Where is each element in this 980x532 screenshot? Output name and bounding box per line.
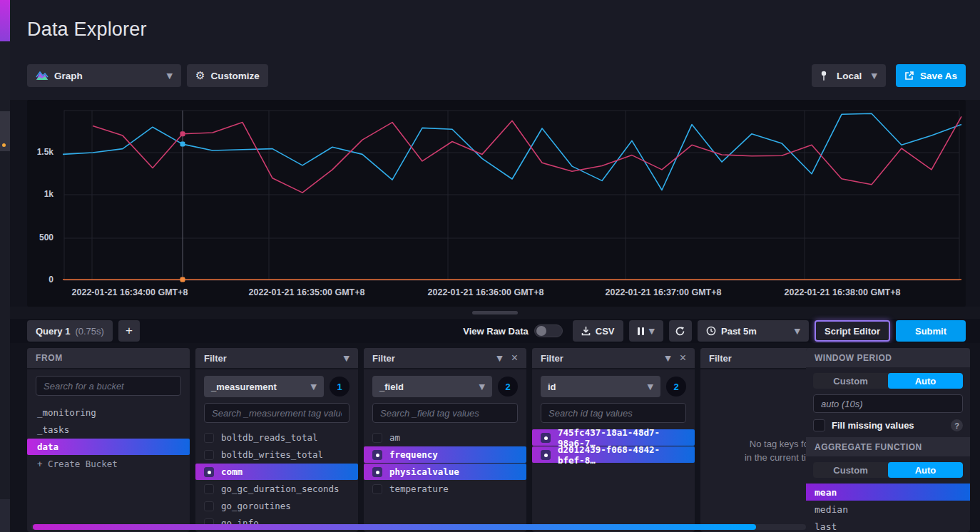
from-card: FROM _monitoring _tasks data + Create Bu…	[27, 348, 190, 532]
nav-rail-footer[interactable]	[0, 499, 10, 532]
fill-missing-checkbox[interactable]	[813, 419, 825, 431]
list-item[interactable]: go_gc_duration_seconds	[195, 481, 358, 497]
view-toolbar: Graph ▼ ⚙ Customize Local ▼	[27, 64, 966, 87]
pause-button[interactable]: ▼	[629, 320, 663, 342]
checkbox-icon[interactable]	[372, 433, 382, 443]
download-icon	[581, 326, 591, 336]
list-item[interactable]: go_goroutines	[195, 498, 358, 514]
function-item[interactable]: median	[806, 501, 970, 518]
nav-rail[interactable]	[0, 0, 10, 532]
tag-key-dropdown[interactable]: _field ▼	[372, 376, 492, 397]
checkbox-checked-icon[interactable]	[541, 433, 551, 443]
checkbox-checked-icon[interactable]	[204, 467, 214, 477]
x-tick-label: 2022-01-21 16:38:00 GMT+8	[785, 287, 901, 297]
x-tick-label: 2022-01-21 16:34:00 GMT+8	[72, 287, 188, 297]
bucket-item-selected[interactable]: data	[27, 439, 190, 455]
list-item-selected[interactable]: physicalvalue	[364, 464, 526, 480]
list-item[interactable]: temperature	[364, 481, 526, 497]
x-tick-label: 2022-01-21 16:35:00 GMT+8	[249, 287, 365, 297]
list-item[interactable]: boltdb_writes_total	[195, 446, 358, 463]
window-period-header: WINDOW PERIOD	[806, 348, 970, 367]
visualization-type-dropdown[interactable]: Graph ▼	[27, 64, 181, 87]
checkbox-checked-icon[interactable]	[372, 467, 382, 477]
resize-handle[interactable]	[472, 311, 518, 314]
script-editor-button[interactable]: Script Editor	[815, 320, 890, 342]
checkbox-icon[interactable]	[204, 484, 214, 494]
item-label: go_goroutines	[221, 501, 291, 511]
splitter-band	[10, 307, 980, 319]
create-bucket-button[interactable]: + Create Bucket	[27, 456, 190, 472]
scrollbar-thumb[interactable]	[33, 524, 756, 530]
time-range-dropdown[interactable]: Past 5m ▼	[698, 320, 809, 342]
fill-missing-label: Fill missing values	[832, 420, 914, 431]
submit-button[interactable]: Submit	[896, 320, 966, 342]
filter-card-header: Filter ▼ ×	[532, 348, 695, 369]
bucket-item[interactable]: _monitoring	[27, 404, 190, 421]
refresh-button[interactable]	[669, 320, 692, 342]
visualization-type-label: Graph	[54, 71, 161, 81]
query-tab-name: Query 1	[36, 326, 70, 337]
auto-option[interactable]: Auto	[888, 462, 963, 478]
list-item-selected[interactable]: frequency	[364, 446, 526, 463]
query-tab[interactable]: Query 1 (0.75s)	[27, 320, 113, 342]
function-item[interactable]: last	[806, 518, 970, 532]
checkbox-checked-icon[interactable]	[541, 450, 551, 460]
id-search-input[interactable]	[541, 403, 686, 423]
influxdb-logo[interactable]	[0, 0, 10, 41]
item-label: comm	[221, 466, 243, 477]
checkbox-icon[interactable]	[204, 450, 214, 460]
refresh-icon	[675, 326, 685, 337]
query-toolbar: Query 1 (0.75s) + View Raw Data CSV ▼	[10, 319, 980, 343]
time-range-label: Past 5m	[721, 326, 790, 337]
help-icon[interactable]: ?	[951, 419, 963, 431]
close-icon[interactable]: ×	[680, 352, 686, 364]
filter-card-id: Filter ▼ × id ▼ 2 745fc437-18a1-48d7-98a…	[532, 348, 695, 532]
checkbox-icon[interactable]	[204, 433, 214, 443]
list-item[interactable]: am	[364, 429, 526, 446]
measurement-search-input[interactable]	[204, 403, 349, 423]
auto-option[interactable]: Auto	[888, 373, 963, 389]
add-query-button[interactable]: +	[118, 320, 140, 342]
save-as-button[interactable]: Save As	[896, 64, 966, 87]
customize-button[interactable]: ⚙ Customize	[187, 64, 268, 87]
custom-option[interactable]: Custom	[813, 373, 888, 389]
bucket-search-input[interactable]	[36, 376, 181, 396]
function-item-selected[interactable]: mean	[806, 484, 970, 501]
view-raw-data-toggle[interactable]	[534, 324, 563, 337]
window-period-input[interactable]	[813, 394, 963, 413]
chevron-down-icon: ▼	[479, 383, 485, 391]
item-label: go_gc_duration_seconds	[221, 484, 340, 494]
area-chart-icon	[36, 71, 49, 81]
chart-panel: 1.5k 1k 500 0 2022-01-21 16:34:00 GMT+8 …	[27, 100, 966, 307]
collapse-chevron-icon[interactable]: ▼	[496, 354, 502, 362]
tag-key-dropdown[interactable]: _measurement ▼	[204, 376, 324, 397]
collapse-chevron-icon[interactable]: ▼	[344, 354, 349, 362]
item-label: boltdb_writes_total	[221, 449, 323, 460]
list-item[interactable]: boltdb_reads_total	[195, 429, 358, 446]
custom-option[interactable]: Custom	[813, 462, 888, 478]
from-title: FROM	[36, 353, 63, 363]
filter-title: Filter	[541, 353, 563, 364]
field-search-input[interactable]	[372, 403, 518, 423]
collapse-chevron-icon[interactable]: ▼	[665, 354, 670, 362]
checkbox-icon[interactable]	[372, 484, 382, 494]
close-icon[interactable]: ×	[511, 352, 518, 364]
filter-title: Filter	[204, 353, 227, 364]
list-item-selected[interactable]: comm	[195, 464, 358, 480]
local-dropdown[interactable]: Local ▼	[812, 64, 886, 87]
horizontal-scrollbar[interactable]	[31, 524, 806, 530]
pin-icon	[820, 71, 827, 81]
list-item-selected[interactable]: d2012439-f068-4842-bfef-8…	[532, 446, 695, 463]
pause-icon	[638, 327, 644, 335]
checkbox-icon[interactable]	[204, 501, 214, 511]
query-options-panel: WINDOW PERIOD Custom Auto Fill missing v…	[806, 348, 970, 532]
data-explorer-page: Data Explorer Graph ▼ ⚙ Customize	[10, 0, 980, 532]
time-series-chart[interactable]	[27, 100, 966, 307]
tag-key-dropdown[interactable]: id ▼	[541, 376, 660, 397]
nav-rail-item[interactable]	[0, 111, 10, 151]
window-period-mode-toggle: Custom Auto	[813, 373, 963, 389]
tag-key-label: _field	[379, 382, 404, 392]
bucket-item[interactable]: _tasks	[27, 421, 190, 438]
checkbox-checked-icon[interactable]	[372, 450, 382, 460]
csv-download-button[interactable]: CSV	[573, 320, 623, 342]
